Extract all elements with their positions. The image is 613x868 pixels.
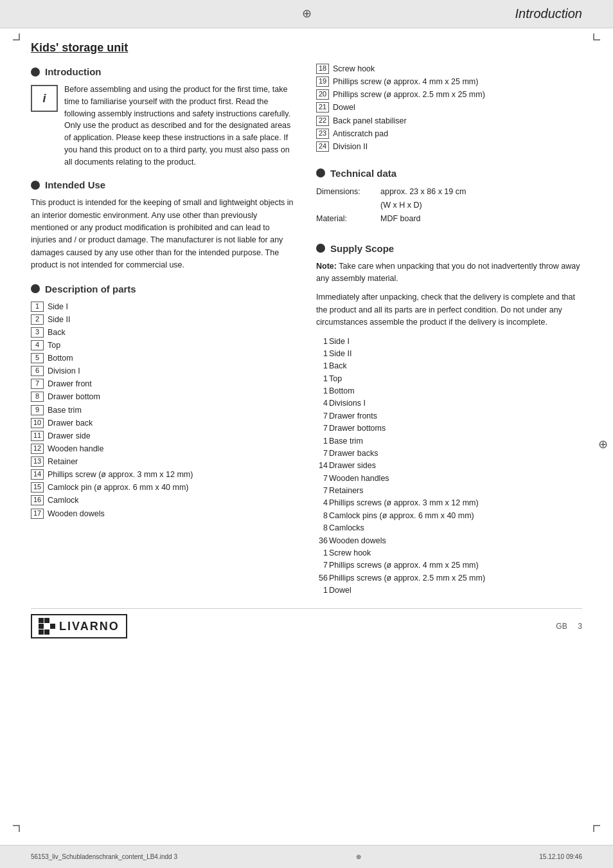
list-item: 7Wooden handles [316,473,582,485]
bullet-icon-3 [31,284,40,293]
part-number: 19 [316,77,329,87]
list-item: 11Drawer side [31,430,297,442]
info-icon: i [31,85,58,112]
bullet-icon-4 [316,168,325,177]
supply-qty: 1 [316,348,328,360]
list-item: 7Retainers [316,485,582,497]
supply-qty: 4 [316,497,328,509]
list-item: 1Top [316,373,582,385]
list-item: 1Screw hook [316,547,582,559]
page-title: Introduction [515,6,582,21]
list-item: 1Bottom [316,385,582,397]
supply-qty: 1 [316,547,328,559]
list-item: 7Phillips screws (ø approx. 4 mm x 25 mm… [316,559,582,572]
supply-qty: 7 [316,559,328,572]
part-number: 18 [316,64,329,74]
left-column: Kids' storage unit Introduction i Before… [31,40,297,597]
supply-qty: 8 [316,522,328,534]
supply-qty: 8 [316,510,328,522]
list-item: 1Side II [316,348,582,360]
part-name: Phillips screw (ø approx. 3 mm x 12 mm) [48,469,193,480]
logo-cell [44,618,49,623]
part-name: Wooden dowels [48,508,105,520]
technical-data-header: Technical data [316,168,582,179]
part-number: 14 [31,469,44,480]
logo-cell [50,624,55,629]
list-item: 7Drawer front [31,378,297,390]
compass-top-icon: ⊕ [302,6,312,21]
list-item: 56Phillips screws (ø approx. 2.5 mm x 25… [316,572,582,584]
logo-cell [44,629,49,635]
introduction-title: Introduction [45,66,101,77]
list-item: 7Drawer bottoms [316,422,582,435]
right-column: 18Screw hook19Phillips screw (ø approx. … [316,40,582,597]
part-number: 24 [316,141,329,152]
part-name: Top [48,339,60,351]
bottom-date-text: 15.12.10 09:46 [539,853,582,860]
supply-scope-header: Supply Scope [316,243,582,254]
part-name: Drawer side [48,430,91,442]
bottom-bar: 56153_liv_Schubladenschrank_content_LB4.… [0,845,613,868]
supply-qty: 1 [316,385,328,397]
material-label: Material: [316,212,374,226]
intended-use-section-header: Intended Use [31,179,297,190]
logo-cell-empty [50,629,55,635]
list-item: 36Wooden dowels [316,535,582,547]
list-item: 2Side II [31,314,297,325]
part-name: Wooden handle [48,443,103,455]
supply-body: Immediately after unpacking, check that … [316,291,582,329]
list-item: 3Back [31,327,297,338]
supply-qty: 1 [316,435,328,448]
part-name: Division I [48,365,80,377]
page-number-area: GB 3 [556,622,582,631]
list-item: 5Bottom [31,352,297,364]
part-number: 10 [31,418,44,428]
part-name: Drawer back [48,417,93,429]
list-item: 14Phillips screw (ø approx. 3 mm x 12 mm… [31,469,297,480]
supply-qty: 7 [316,410,328,422]
part-number: 21 [316,102,329,113]
page-number: 3 [578,622,582,631]
list-item: 4Divisions I [316,397,582,410]
parts-list-right: 18Screw hook19Phillips screw (ø approx. … [316,63,582,152]
part-number: 22 [316,116,329,126]
part-name: Back panel stabiliser [333,115,407,127]
list-item: 1Back [316,360,582,372]
part-number: 6 [31,366,44,376]
bottom-section: LIVARNO GB 3 [0,609,613,644]
part-number: 9 [31,405,44,415]
part-number: 15 [31,482,44,493]
logo-cell-empty [50,618,55,623]
page-heading: Kids' storage unit [31,41,297,55]
part-name: Dowel [333,102,355,113]
part-name: Division II [333,141,368,152]
part-name: Side II [48,314,70,325]
part-name: Antiscratch pad [333,128,388,140]
list-item: 9Base trim [31,404,297,416]
part-number: 13 [31,457,44,467]
part-name: Phillips screw (ø approx. 2.5 mm x 25 mm… [333,89,485,100]
supply-qty: 1 [316,360,328,372]
page: ⊕ Introduction Kids' storage unit Introd… [0,0,613,868]
supply-qty: 36 [316,535,328,547]
compass-bottom-icon: ⊕ [356,853,361,860]
list-item: 24Division II [316,141,582,152]
list-item: 1Side I [31,301,297,312]
part-name: Retainer [48,456,78,467]
supply-qty: 14 [316,460,328,472]
supply-list: 1Side I1Side II1Back1Top1Bottom4Division… [316,336,582,597]
corner-mark-tr [586,32,601,50]
part-number: 7 [31,379,44,389]
part-number: 23 [316,129,329,139]
part-name: Bottom [48,352,73,364]
supply-qty: 1 [316,584,328,597]
dimensions-label: Dimensions: [316,185,374,213]
logo-cell [39,624,44,629]
dimensions-sub: (W x H x D) [380,199,466,212]
technical-data-table: Dimensions: approx. 23 x 86 x 19 cm (W x… [316,185,582,226]
compass-right-icon: ⊕ [598,437,608,451]
part-number: 4 [31,340,44,350]
part-name: Drawer bottom [48,391,100,402]
part-number: 1 [31,302,44,312]
material-value: MDF board [380,212,421,226]
